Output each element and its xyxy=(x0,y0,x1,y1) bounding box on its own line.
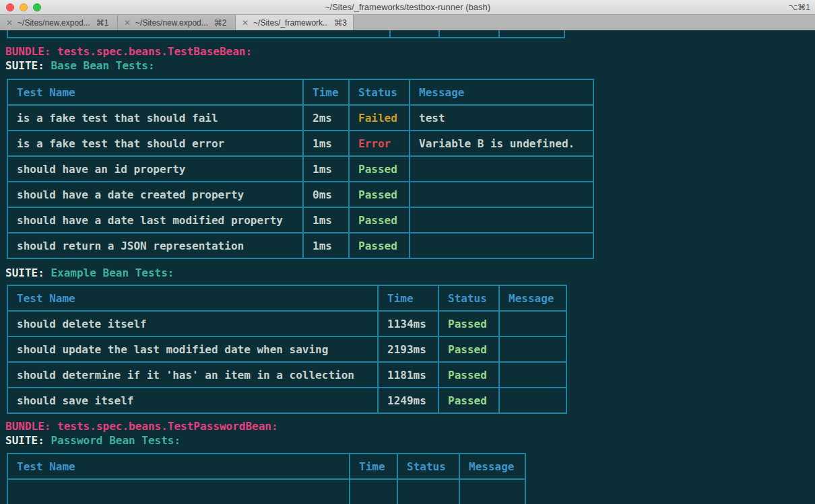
col-header-test-name: Test Name xyxy=(7,79,303,105)
test-name: should delete itself xyxy=(7,311,378,336)
minimize-window-button[interactable] xyxy=(20,3,28,11)
close-tab-icon[interactable]: ✕ xyxy=(6,19,13,27)
test-name: should determine if it 'has' an item in … xyxy=(7,362,378,388)
col-header-time: Time xyxy=(350,454,397,479)
test-results-table-password-bean: Test Name Time Status Message xyxy=(7,453,526,504)
test-message xyxy=(410,182,593,207)
tab-1[interactable]: ✕ ~/Sites/new.expod... ⌘1 xyxy=(0,15,118,30)
close-tab-icon[interactable]: ✕ xyxy=(242,19,249,27)
col-header-status: Status xyxy=(349,79,410,105)
col-header-time: Time xyxy=(378,285,438,311)
table-row: should have a date last modified propert… xyxy=(7,207,593,233)
tab-label: ~/Sites/new.expod... xyxy=(18,18,90,28)
col-header-time: Time xyxy=(303,79,349,105)
test-status: Passed xyxy=(438,311,499,336)
col-header-message: Message xyxy=(459,454,525,479)
test-message xyxy=(499,388,566,413)
test-status xyxy=(397,479,459,504)
bundle-line: BUNDLE: tests.spec.beans.TestPasswordBea… xyxy=(5,419,815,433)
suite-label: SUITE: xyxy=(5,266,44,279)
suite-line: SUITE: Password Bean Tests: xyxy=(5,433,815,447)
test-status: Passed xyxy=(438,388,499,413)
tab-3-active[interactable]: ✕ ~/Sites/_framework... ⌘3 xyxy=(236,15,354,30)
col-header-test-name: Test Name xyxy=(7,285,378,311)
col-header-test-name: Test Name xyxy=(7,454,350,479)
title-bar: ~/Sites/_frameworks/testbox-runner (bash… xyxy=(0,0,815,15)
bundle-label: BUNDLE: xyxy=(5,420,51,433)
test-time: 1ms xyxy=(303,233,349,258)
zoom-window-button[interactable] xyxy=(33,3,41,11)
table-row: should save itself 1249ms Passed xyxy=(7,388,566,413)
test-results-table-example-bean: Test Name Time Status Message should del… xyxy=(7,285,567,414)
test-time: 1ms xyxy=(303,156,349,182)
tab-bar: ✕ ~/Sites/new.expod... ⌘1 ✕ ~/Sites/new.… xyxy=(0,15,815,30)
bundle-name: tests.spec.beans.TestBaseBean: xyxy=(57,45,252,58)
test-message xyxy=(499,362,566,388)
test-time: 0ms xyxy=(303,182,349,207)
test-name: should save itself xyxy=(7,388,378,413)
table-row: should update the last modified date whe… xyxy=(7,336,566,362)
test-results-table-base-bean: Test Name Time Status Message is a fake … xyxy=(7,79,594,259)
col-header-status: Status xyxy=(438,285,499,311)
test-time: 1134ms xyxy=(378,311,438,336)
suite-name: Example Bean Tests: xyxy=(51,266,174,279)
test-time: 1ms xyxy=(303,207,349,233)
test-status: Error xyxy=(349,131,410,156)
test-time: 2193ms xyxy=(378,336,438,362)
table-row: should return a JSON representation 1ms … xyxy=(7,233,593,258)
test-name xyxy=(7,479,350,504)
test-status: Passed xyxy=(438,362,499,388)
test-time xyxy=(350,479,397,504)
test-time: 1249ms xyxy=(378,388,438,413)
table-header-row: Test Name Time Status Message xyxy=(7,79,593,105)
traffic-lights xyxy=(6,3,41,11)
test-message xyxy=(459,479,525,504)
test-name: should have a date created property xyxy=(7,182,303,207)
test-message xyxy=(410,207,593,233)
tab-label: ~/Sites/_framework... xyxy=(253,18,328,28)
close-window-button[interactable] xyxy=(6,3,14,11)
test-name: is a fake test that should fail xyxy=(7,105,303,131)
test-name: should have an id property xyxy=(7,156,303,182)
table-row: should determine if it 'has' an item in … xyxy=(7,362,566,388)
test-name: is a fake test that should error xyxy=(7,131,303,156)
close-tab-icon[interactable]: ✕ xyxy=(124,19,131,27)
tab-shortcut: ⌘3 xyxy=(334,18,347,28)
test-message xyxy=(410,156,593,182)
partial-table-row xyxy=(7,479,525,504)
test-status: Passed xyxy=(349,156,410,182)
test-time: 1181ms xyxy=(378,362,438,388)
table-row: is a fake test that should error 1ms Err… xyxy=(7,131,593,156)
test-status: Passed xyxy=(349,207,410,233)
table-row: is a fake test that should fail 2ms Fail… xyxy=(7,105,593,131)
suite-name: Password Bean Tests: xyxy=(51,434,181,447)
col-header-status: Status xyxy=(397,454,459,479)
suite-line: SUITE: Base Bean Tests: xyxy=(5,59,815,73)
col-header-message: Message xyxy=(410,79,593,105)
test-status: Passed xyxy=(349,233,410,258)
table-row: should delete itself 1134ms Passed xyxy=(7,311,566,336)
terminal-screen[interactable]: BUNDLE: tests.spec.beans.TestBaseBean: S… xyxy=(0,30,815,504)
test-status: Passed xyxy=(438,336,499,362)
test-message xyxy=(499,311,566,336)
test-status: Passed xyxy=(349,182,410,207)
table-header-row: Test Name Time Status Message xyxy=(7,285,566,311)
test-time: 2ms xyxy=(303,105,349,131)
window-title: ~/Sites/_frameworks/testbox-runner (bash… xyxy=(0,2,815,12)
table-row: should have a date created property 0ms … xyxy=(7,182,593,207)
test-message xyxy=(410,233,593,258)
table-header-row: Test Name Time Status Message xyxy=(7,454,525,479)
table-row: should have an id property 1ms Passed xyxy=(7,156,593,182)
tab-2[interactable]: ✕ ~/Sites/new.expod... ⌘2 xyxy=(118,15,236,30)
col-header-message: Message xyxy=(499,285,566,311)
bundle-label: BUNDLE: xyxy=(5,45,51,58)
test-message: test xyxy=(410,105,593,131)
test-message: Variable B is undefined. xyxy=(410,131,593,156)
tab-shortcut: ⌘2 xyxy=(214,18,227,28)
test-name: should update the last modified date whe… xyxy=(7,336,378,362)
test-time: 1ms xyxy=(303,131,349,156)
partial-table-bottom-border xyxy=(7,30,565,38)
bundle-line: BUNDLE: tests.spec.beans.TestBaseBean: xyxy=(5,44,815,59)
test-name: should return a JSON representation xyxy=(7,233,303,258)
tab-shortcut: ⌘1 xyxy=(96,18,109,28)
